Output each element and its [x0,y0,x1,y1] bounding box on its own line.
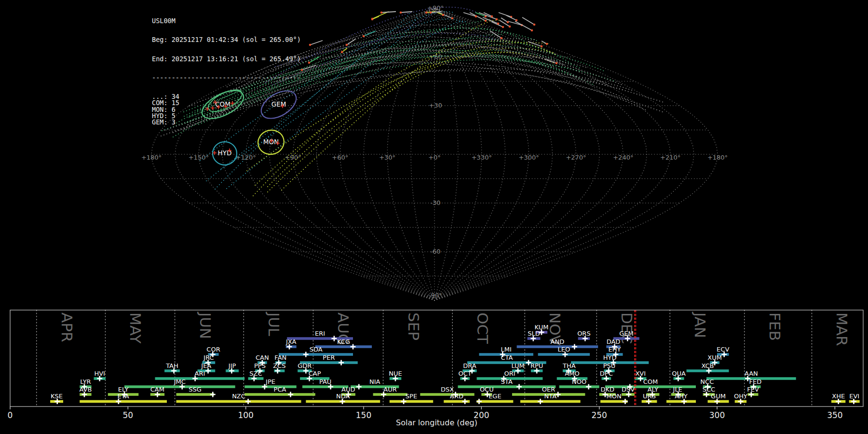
shower-code-label: LEO [558,346,570,353]
month-label-SEP: SEP [405,312,422,340]
meteor-endpoint-dot [502,26,504,28]
x-tick-label: 350 [827,410,842,420]
begin-time-line: Beg: 20251217 01:42:34 (sol = 265.00°) [152,37,301,43]
shower-code-label: KSE [51,393,63,400]
shower-peak-marker [245,399,251,404]
month-label-MAR: MAR [833,312,851,346]
shower-code-label: EHY [608,346,621,353]
shower-SZC: SZC [248,370,264,381]
meteor-segment [347,39,355,45]
shower-code-label: SLD [528,330,540,337]
shower-peak-marker [572,344,577,350]
shower-code-label: DPC [600,370,613,377]
shower-code-label: AUR [383,386,396,393]
shower-code-label: JRC [203,354,214,361]
meteor-endpoint-dot [363,35,365,38]
shower-code-label: OER [542,386,555,393]
shower-peak-marker [516,384,522,390]
meteor-segment [515,21,532,30]
shower-bar [279,353,353,356]
shower-peak-marker [303,352,309,357]
shower-code-label: PSU [603,362,616,369]
shower-code-label: KCG [337,338,350,345]
shower-code-label: EVI [849,393,859,400]
shower-TAH: TAH [164,362,180,374]
x-tick-label: 250 [591,410,607,420]
meteor-endpoint-dot [301,69,303,71]
shower-code-label: OCT [458,370,471,377]
meteor-endpoint-dot [546,43,548,45]
shower-code-label: LMI [501,346,512,353]
shower-code-label: HYD [603,354,617,361]
shower-code-label: HVI [94,370,105,377]
shower-code-label: OCU [480,386,494,393]
meteor-segment [499,13,511,17]
shower-OHY: OHY [734,393,747,404]
shower-peak-marker [210,392,216,397]
ra-label: +0° [428,154,441,161]
shower-code-label: DSX [441,386,454,393]
shower-code-label: URS [643,393,656,400]
shower-bar [80,400,167,403]
shower-RPU: RPU [530,362,543,374]
shower-AHY: AHY [666,393,696,404]
ra-label: +210° [660,154,680,161]
shower-code-label: DSV [622,386,635,393]
x-tick-label: 100 [238,410,253,420]
dec-label: -90° [429,292,442,299]
shower-bar [244,393,315,396]
shower-code-label: RPU [530,362,543,369]
shower-code-label: XHE [832,393,845,400]
meteor-endpoint-dot [308,62,311,64]
shower-bar [477,400,514,403]
shower-code-label: AAN [745,370,758,377]
shower-bar [155,377,245,380]
shower-ZCS: ZCS [273,362,285,374]
shower-code-label: FAN [274,354,286,361]
shower-code-label: DRA [463,362,476,369]
shower-DSV: DSV [622,386,635,397]
meteor-station-screen: +180°+150°+120°+90°+60°+30°+0°+330°+300°… [0,0,868,434]
meteor-endpoint-dot [485,20,487,22]
ra-label: +270° [566,154,586,161]
shower-code-label: CAN [256,354,269,361]
month-label-OCT: OCT [474,312,491,344]
shower-code-label: NDA [336,393,350,400]
shower-code-label: SCC [703,386,715,393]
x-tick-label: 0 [8,410,13,420]
shower-code-label: JXA [285,338,297,345]
x-tick-label: 150 [356,410,371,420]
meteor-endpoint-dot [400,12,402,14]
shower-code-label: NCC [700,378,714,385]
shower-peak-marker [586,384,591,390]
meteor-endpoint-dot [507,21,509,24]
dec-label: +30 [429,102,442,109]
shower-bar [244,385,297,388]
shower-peak-marker [288,392,293,397]
shower-code-label: COR [206,346,220,353]
shower-code-label: JPE [265,378,275,385]
shower-code-label: AVB [79,386,92,393]
shower-code-label: CAP [309,370,321,377]
shower-code-label: AMO [565,370,579,377]
shower-code-label: CTA [501,354,513,361]
meteor-endpoint-dot [497,23,500,25]
shower-CAM: CAM [150,386,164,397]
shower-URS: URS [642,393,657,404]
dec-label: -60 [430,248,440,255]
meteor-endpoint-dot [533,24,536,26]
shower-code-label: QUA [672,370,686,377]
shower-XCB: XCB [687,362,729,374]
station-code: USL00M [152,18,301,24]
meteor-endpoint-dot [515,19,518,22]
meteor-endpoint-dot [451,17,454,20]
shower-bar [390,400,433,403]
dec-label: +90° [427,4,444,12]
shower-bar [373,393,407,396]
meteor-segment [381,12,396,13]
shower-code-label: LUM [511,362,524,369]
shower-code-label: FED [749,378,762,385]
meteor-endpoint-dot [501,37,503,40]
shower-code-label: NZC [232,393,245,400]
shower-peak-marker [339,360,344,366]
